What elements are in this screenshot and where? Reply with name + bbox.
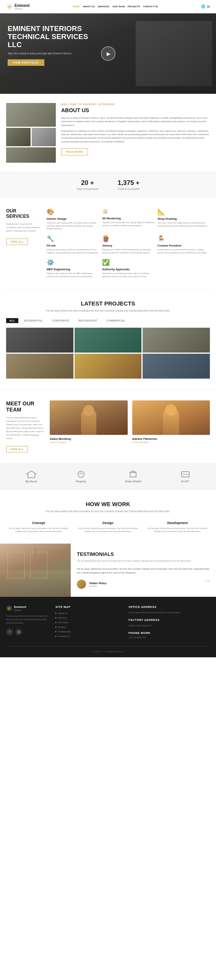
nav-contact[interactable]: CONTACT US	[143, 5, 158, 8]
footer-copyright: © Eminent — All Rights Reserved	[92, 650, 123, 653]
author-avatar	[77, 580, 86, 589]
team-members-list: Adara Montiney Interior Designer Adeline…	[50, 400, 210, 443]
footer-sitemap: SITE MAP ▸About Us ▸Services ▸Our Team ▸…	[55, 605, 123, 639]
svg-point-2	[78, 471, 84, 477]
service-fitout-name: Fit-out	[47, 244, 99, 247]
service-card-shop: 📐 Shop Drawing Turn your vision into rea…	[158, 208, 210, 230]
property-icon	[76, 470, 86, 479]
how-step-design: Design Far far away, behind the word mou…	[76, 521, 141, 533]
stat-projects-number: 1,375 +	[118, 179, 140, 187]
project-thumb-4[interactable]	[6, 354, 73, 379]
about-text-content: WELCOME TO EMINENT INTERIORS ABOUT US St…	[61, 103, 210, 155]
filter-restaurant[interactable]: RESTAURANT	[75, 318, 101, 323]
service-fitout-icon: 🔧	[47, 235, 99, 242]
footer-link-services[interactable]: ▸Services	[55, 616, 123, 619]
development-title: Development	[146, 521, 208, 525]
nav-projects[interactable]: PROJECTS	[128, 5, 140, 8]
service-3d-desc: Visualize your space with our cutting ed…	[102, 221, 154, 227]
footer-phone: +971 55 6000 000	[128, 636, 210, 639]
footer-brand-desc: Far far away, behind the word mountains,…	[6, 614, 50, 624]
hero-cta-button[interactable]: VIEW PORTFOLIO	[8, 59, 44, 66]
team-member-2: Adeline Palmerton Project Manager	[132, 400, 210, 443]
footer-link-contact[interactable]: ▸Contact Us	[55, 635, 123, 638]
services-grid: 🎨 Interior design Transform your spaces …	[47, 208, 210, 278]
service-card-custom-furniture: 🪑 Custom Furniture Create with our custo…	[158, 235, 210, 254]
footer-facebook-button[interactable]: f	[6, 629, 13, 635]
footer-instagram-button[interactable]: ◎	[15, 629, 22, 635]
linkedin-icon[interactable]: in	[207, 5, 210, 8]
project-thumb-5[interactable]	[75, 354, 142, 379]
service-3d-icon: 🖥	[102, 208, 154, 215]
partner-urban-shelter-label: Urban Shelter	[125, 480, 141, 483]
team-title: MEET OUR TEAM	[6, 400, 44, 413]
partner-myhouse-label: My House	[25, 480, 37, 483]
footer-office-address: Far far away behind the word mountains V…	[128, 611, 210, 614]
filter-corporate[interactable]: CORPORATE	[49, 318, 73, 323]
testimonials-content: TESTIMONIALS Far far away behind the wor…	[71, 544, 216, 597]
stat-experience-label: Years of Experience	[76, 188, 99, 190]
stats-section: 20 + Years of Experience 1,375 + Project…	[0, 172, 216, 198]
service-interior-desc: Transform your spaces with our expert in…	[47, 222, 99, 230]
project-thumb-3[interactable]	[143, 328, 210, 353]
filter-commercial[interactable]: COMMERCIAL	[103, 318, 129, 323]
services-section: OUR SERVICES Experience a new level of e…	[0, 198, 216, 289]
team-member-2-photo	[132, 400, 210, 435]
footer-link-testimonials[interactable]: ▸Testimonials	[55, 630, 123, 633]
svg-text:E: E	[8, 5, 11, 9]
partner-property-label: Property	[76, 480, 86, 483]
footer-logo: E Eminent Interiors	[6, 605, 50, 611]
service-authority-name: Authority Approvals	[102, 268, 154, 271]
services-intro: OUR SERVICES Experience a new level of e…	[6, 208, 41, 278]
filter-residential[interactable]: RESIDENTIAL	[21, 318, 46, 323]
footer-factory-address: Project, Umm Ramool, S.	[128, 624, 210, 627]
team-view-all-button[interactable]: VIEW ALL	[6, 446, 28, 452]
author-name: Vibber Ruluz	[89, 581, 107, 585]
urban-shelter-icon	[128, 470, 138, 479]
service-authority-desc: Streamline your building process with ou…	[102, 272, 154, 278]
how-step-concept: Concept Far far away, behind the word mo…	[6, 521, 71, 533]
nav-home[interactable]: HOME	[73, 5, 80, 8]
about-image-main	[6, 103, 56, 127]
footer-brand: E Eminent Interiors Far far away, behind…	[6, 605, 50, 639]
flaty-icon	[180, 470, 191, 479]
nav-team[interactable]: OUR TEAM	[112, 5, 125, 8]
projects-section: LATEST PROJECTS Far far away behind the …	[0, 289, 216, 389]
partner-urban-shelter: Urban Shelter	[125, 470, 141, 483]
service-shop-name: Shop Drawing	[158, 217, 210, 220]
project-thumb-2[interactable]	[75, 328, 142, 353]
partner-myhouse: My House	[25, 470, 37, 483]
brand-logo[interactable]: E Eminent Interiors	[6, 3, 29, 10]
svg-text:E: E	[8, 607, 10, 610]
myhouse-icon	[26, 470, 37, 479]
footer-link-projects[interactable]: ▸Projects	[55, 626, 123, 629]
footer-link-team[interactable]: ▸Our Team	[55, 621, 123, 624]
service-furniture-name: Custom Furniture	[158, 244, 210, 247]
team-member-2-role: Project Manager	[132, 441, 210, 443]
service-shop-icon: 📐	[158, 208, 210, 216]
instagram-icon: ◎	[18, 630, 20, 634]
about-section: WELCOME TO EMINENT INTERIORS ABOUT US St…	[0, 94, 216, 172]
about-read-more-button[interactable]: READ MORE	[61, 148, 88, 155]
footer-link-about[interactable]: ▸About Us	[55, 612, 123, 615]
nav-services[interactable]: SERVICES	[98, 5, 109, 8]
testimonials-desc: Far far away behind the word mountains f…	[77, 559, 210, 563]
project-thumb-6[interactable]	[143, 354, 210, 379]
footer-bottom: © Eminent — All Rights Reserved	[6, 646, 210, 653]
svg-rect-3	[130, 472, 136, 477]
service-fitout-desc: Enhance your interiors with our comprehe…	[47, 248, 99, 254]
filter-all[interactable]: ALL	[6, 318, 18, 323]
globe-icon[interactable]: 🌐	[201, 5, 205, 8]
nav-about[interactable]: ABOUT US	[83, 5, 94, 8]
about-image-sm1	[6, 128, 31, 146]
nav-links: HOME ABOUT US SERVICES OUR TEAM PROJECTS…	[73, 5, 158, 8]
service-interior-name: Interior design	[47, 217, 99, 220]
about-title: ABOUT US	[61, 107, 210, 113]
service-mep-icon: ⚙️	[47, 259, 99, 266]
footer-office-title: OFFICE ADDRESS	[128, 605, 210, 609]
logo-icon: E	[6, 3, 13, 10]
team-intro: MEET OUR TEAM Far far away, behind the w…	[6, 400, 44, 453]
project-thumb-1[interactable]	[6, 328, 73, 353]
how-desc: Far far away behind the word mountains f…	[6, 510, 210, 513]
services-view-all-button[interactable]: VIEW ALL	[6, 238, 28, 245]
services-title: OUR SERVICES	[6, 208, 41, 219]
